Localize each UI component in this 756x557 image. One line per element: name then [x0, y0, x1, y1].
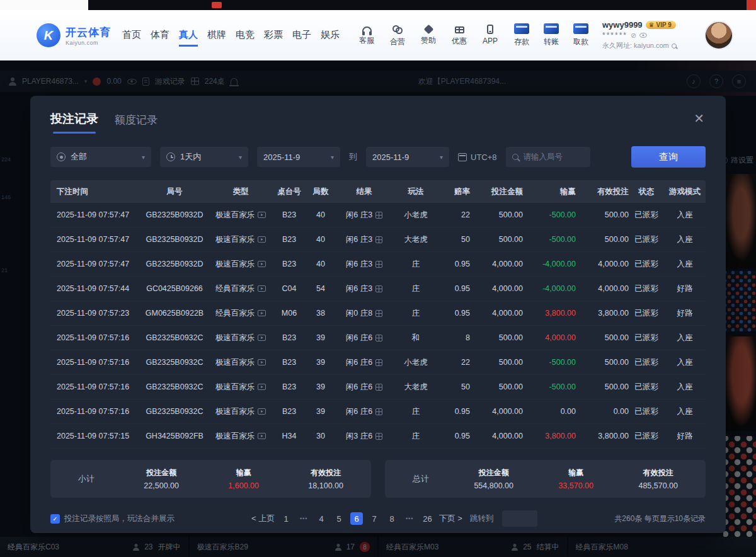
result-detail-icon[interactable]	[375, 359, 382, 366]
column-header: 赔率	[438, 187, 470, 197]
quick-link-赞助[interactable]: 赞助	[417, 24, 440, 47]
nav-item-棋牌[interactable]: 棋牌	[207, 24, 226, 47]
quick-link-客服[interactable]: 客服	[355, 24, 378, 47]
cell-play: 庄	[393, 308, 438, 319]
pagination-ellipsis: •••	[297, 512, 310, 525]
category-select[interactable]: 全部 ▾	[50, 147, 151, 167]
live-video-icon	[258, 310, 266, 316]
nav-item-电竞[interactable]: 电竞	[236, 24, 255, 47]
cell-result: 闲0 庄8	[335, 308, 393, 319]
cell-play: 小老虎	[393, 210, 438, 221]
nav-item-彩票[interactable]: 彩票	[264, 24, 283, 47]
wallet-link-转账[interactable]: 转账	[540, 23, 563, 47]
cell-status: 已派彩	[629, 431, 664, 442]
calendar-icon	[458, 153, 467, 161]
close-icon[interactable]: ✕	[694, 112, 704, 125]
result-detail-icon[interactable]	[375, 212, 382, 219]
column-header: 状态	[629, 187, 664, 197]
result-detail-icon[interactable]	[375, 433, 382, 440]
date-to-picker[interactable]: 2025-11-9 ▾	[366, 147, 449, 167]
subtotal-win: 输赢 1,600.00	[228, 468, 259, 490]
pagination-page-5[interactable]: 5	[333, 512, 345, 525]
support-icon	[362, 26, 372, 33]
cell-mode: 入座	[664, 210, 706, 221]
next-page-button[interactable]: 下页 >	[439, 513, 462, 524]
wallet-link-取款[interactable]: 取款	[570, 23, 592, 47]
date-from-picker[interactable]: 2025-11-9 ▾	[257, 147, 340, 167]
cell-time: 2025-11-09 07:57:16	[50, 333, 140, 342]
column-header: 玩法	[393, 187, 438, 197]
filter-bar: 全部 ▾ 1天内 ▾ 2025-11-9 ▾ 到 2025-11-9 ▾ UTC…	[50, 146, 706, 168]
total-label: 总计	[413, 473, 429, 485]
result-detail-icon[interactable]	[375, 384, 382, 391]
cell-id: GB2325B0932C	[140, 382, 209, 391]
cell-status: 已派彩	[629, 308, 664, 319]
pagination-page-6[interactable]: 6	[350, 512, 363, 525]
result-detail-icon[interactable]	[375, 285, 382, 292]
partner-icon	[392, 25, 403, 34]
pagination-page-26[interactable]: 26	[421, 512, 433, 525]
cell-time: 2025-11-09 07:57:23	[50, 309, 140, 318]
merge-toggle[interactable]: ✓ 投注记录按照局，玩法合并展示	[50, 514, 175, 524]
cell-play: 庄	[393, 431, 438, 442]
cell-table: B23	[272, 333, 306, 342]
nav-item-真人[interactable]: 真人	[179, 24, 198, 47]
nav-item-体育[interactable]: 体育	[151, 24, 169, 47]
query-button[interactable]: 查询	[631, 146, 706, 168]
cell-valid: 500.00	[576, 333, 629, 342]
result-detail-icon[interactable]	[375, 408, 382, 415]
cell-result: 闲6 庄3	[335, 259, 393, 270]
cell-play: 大老虎	[393, 234, 438, 245]
search-icon[interactable]	[672, 43, 677, 49]
table-row: 2025-11-09 07:57:47GB2325B0932D极速百家乐B234…	[50, 252, 706, 277]
quick-link-label: 合营	[390, 37, 405, 47]
checkbox-checked-icon: ✓	[50, 514, 60, 524]
subtotal-valid: 有效投注 18,100.00	[308, 468, 343, 490]
cell-odds: 0.95	[438, 407, 470, 416]
pagination-page-4[interactable]: 4	[315, 512, 328, 525]
quick-link-合营[interactable]: 合营	[386, 24, 409, 47]
eye-icon[interactable]	[639, 33, 647, 38]
result-detail-icon[interactable]	[375, 335, 382, 342]
jump-page-input[interactable]	[502, 510, 537, 527]
quick-link-APP[interactable]: APP	[479, 24, 501, 47]
nav-item-首页[interactable]: 首页	[122, 24, 141, 47]
cell-play: 和	[393, 333, 438, 343]
cell-round: 39	[306, 382, 335, 391]
date-to-value: 2025-11-9	[372, 152, 409, 162]
cell-time: 2025-11-09 07:57:16	[50, 358, 140, 367]
cell-mode: 入座	[664, 382, 706, 393]
tab-quota-records[interactable]: 额度记录	[115, 113, 158, 134]
result-detail-icon[interactable]	[375, 310, 382, 317]
hide-balance-icon[interactable]: ⊘	[631, 32, 636, 40]
vip-badge: ♛ VIP 9	[646, 21, 676, 29]
cell-id: GB2325B0932C	[140, 333, 209, 342]
round-search-box[interactable]	[506, 147, 590, 167]
avatar[interactable]	[704, 21, 733, 50]
result-detail-icon[interactable]	[375, 261, 382, 268]
bet-table-body: 2025-11-09 07:57:47GB2325B0932D极速百家乐B234…	[50, 203, 706, 449]
live-video-icon	[258, 212, 266, 218]
cell-result: 闲6 庄6	[335, 382, 393, 393]
pagination-page-1[interactable]: 1	[280, 512, 292, 525]
prev-page-button[interactable]: < 上页	[251, 513, 275, 524]
cell-type: 极速百家乐	[209, 259, 272, 270]
pagination-page-8[interactable]: 8	[386, 512, 398, 525]
quick-link-优惠[interactable]: 优惠	[448, 24, 471, 47]
nav-item-娱乐[interactable]: 娱乐	[321, 24, 340, 47]
wallet-link-label: 取款	[573, 37, 588, 47]
pagination-page-7[interactable]: 7	[368, 512, 381, 525]
tab-bet-records[interactable]: 投注记录	[50, 111, 98, 134]
cell-win: -4,000.00	[523, 284, 576, 293]
nav-item-电子[interactable]: 电子	[292, 24, 311, 47]
cell-bet: 500.00	[470, 358, 523, 367]
time-range-select[interactable]: 1天内 ▾	[160, 147, 248, 167]
chevron-down-icon: ▾	[142, 154, 145, 161]
wallet-link-存款[interactable]: 存款	[510, 23, 533, 47]
round-search-input[interactable]	[522, 152, 580, 162]
cell-odds: 22	[438, 358, 470, 367]
result-detail-icon[interactable]	[375, 236, 382, 243]
brand-logo[interactable]: K 开云体育 Kaiyun.com	[37, 23, 111, 47]
cell-table: B23	[272, 407, 306, 416]
cell-bet: 500.00	[470, 235, 523, 244]
